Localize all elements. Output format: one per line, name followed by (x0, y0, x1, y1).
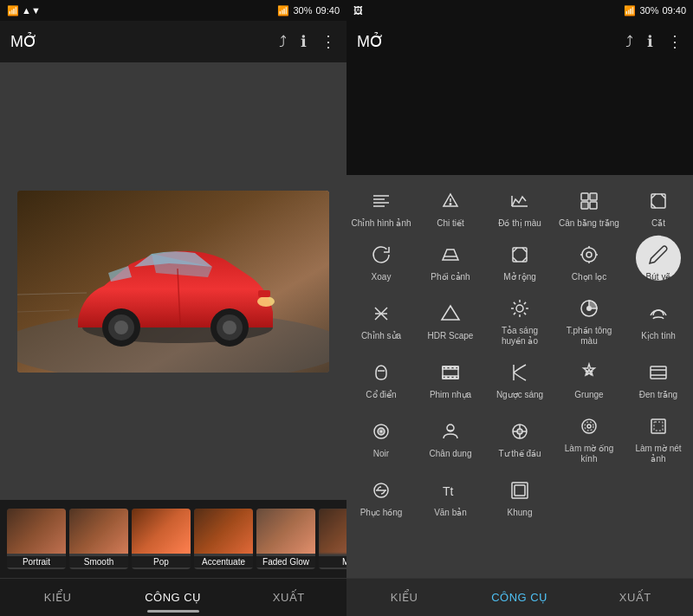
tool-mo-rong[interactable]: Mở rộng (485, 236, 554, 289)
nav-kieu-right[interactable]: KIỂU (346, 579, 462, 616)
tool-label-noir: Noir (373, 449, 389, 459)
svg-line-54 (524, 302, 526, 304)
tool-lam-mo-ong-kinh[interactable]: Làm mờ ống kính (554, 407, 624, 471)
info-icon-right[interactable]: ℹ (647, 32, 653, 51)
svg-line-52 (514, 302, 515, 304)
share-icon-right[interactable]: ⤴ (625, 33, 633, 51)
thumbnails-bar: Portrait Smooth Pop Accentuate Faded Glo… (0, 500, 346, 578)
tool-label-den-trang: Đen trắng (639, 390, 677, 400)
thumb-faded-glow[interactable]: Faded Glow (256, 509, 315, 569)
tool-chi-tiet[interactable]: Chi tiết (416, 182, 485, 236)
thumb-smooth[interactable]: Smooth (69, 509, 128, 569)
tool-co-dien[interactable]: Cổ điển (346, 353, 416, 407)
tool-chon-loc[interactable]: Chọn lọc (554, 236, 624, 289)
tool-phoi-canh[interactable]: Phối cảnh (416, 236, 485, 289)
tool-phuc-hong[interactable]: Phục hồng (346, 471, 416, 525)
svg-point-38 (586, 252, 592, 257)
tool-but-ve[interactable]: Bút vẽ (624, 236, 693, 289)
tool-label-kich-tinh: Kịch tính (641, 331, 676, 341)
tools-section: Chỉnh hình ảnh Chi tiết (346, 175, 693, 578)
tool-xoay[interactable]: Xoay (346, 236, 416, 289)
tool-label-do-thi-mau: Đồ thị màu (498, 218, 541, 229)
nav-xuat-right[interactable]: XUẤT (578, 579, 693, 616)
thumb-pop[interactable]: Pop (132, 509, 191, 569)
tool-can-bang-trang[interactable]: Cân bằng trắng (554, 182, 624, 236)
tool-hdr-scape[interactable]: HDR Scape (416, 289, 485, 353)
svg-rect-83 (654, 422, 663, 431)
top-bar-icons-right: ⤴ ℹ ⋮ (625, 32, 683, 51)
tool-kich-tinh[interactable]: Kịch tính (624, 289, 693, 353)
svg-line-53 (524, 313, 526, 314)
tool-label-lam-mo-ong-kinh: Làm mờ ống kính (558, 444, 620, 464)
more-icon-left[interactable]: ⋮ (321, 32, 336, 51)
right-top-area (346, 62, 693, 175)
tool-label-chon-loc: Chọn lọc (572, 272, 606, 282)
svg-point-64 (454, 367, 456, 369)
tool-tphan-tong-mau[interactable]: T.phần tông màu (554, 289, 624, 353)
svg-line-55 (514, 313, 515, 314)
more-icon-right[interactable]: ⋮ (667, 32, 683, 51)
tool-label-toa-sang: Tỏa sáng huyền ảo (489, 326, 551, 347)
svg-rect-68 (651, 366, 666, 379)
svg-point-78 (517, 429, 522, 434)
share-icon-left[interactable]: ⤴ (279, 33, 287, 51)
tool-noir[interactable]: Noir (346, 407, 416, 471)
svg-rect-88 (515, 485, 525, 496)
svg-marker-46 (442, 306, 459, 320)
tool-khung[interactable]: Khung (485, 471, 554, 525)
tool-tu-the-dau[interactable]: Tư thế đầu (485, 407, 554, 471)
tool-label-phoi-canh: Phối cảnh (431, 272, 470, 282)
svg-point-57 (586, 306, 592, 311)
svg-rect-13 (258, 290, 270, 297)
tool-do-thi-mau[interactable]: Đồ thị màu (485, 182, 554, 236)
info-icon-left[interactable]: ℹ (301, 32, 307, 51)
tools-grid: Chỉnh hình ảnh Chi tiết (346, 182, 693, 525)
svg-point-37 (582, 248, 596, 262)
tool-phim-nhua[interactable]: Phim nhựa (416, 353, 485, 407)
status-bar-right: 🖼 📶 30% 09:40 (346, 0, 693, 21)
tool-lam-mo-net-anh[interactable]: Làm mờ nét ảnh (624, 407, 693, 471)
svg-rect-26 (590, 202, 597, 209)
nav-xuat-left[interactable]: XUẤT (231, 579, 346, 616)
tool-chinh-sua[interactable]: Chỉnh sửa (346, 289, 416, 353)
svg-point-11 (257, 296, 275, 307)
battery-right: 30% (639, 5, 658, 16)
tool-cat[interactable]: Cắt (624, 182, 693, 236)
right-panel: 🖼 📶 30% 09:40 MỞ ⤴ ℹ ⋮ (346, 0, 693, 616)
tool-nguoc-sang[interactable]: Ngược sáng (485, 353, 554, 407)
left-panel: 📶 ▲▼ 📶 30% 09:40 MỞ ⤴ ℹ ⋮ (0, 0, 346, 616)
tool-toa-sang[interactable]: Tỏa sáng huyền ảo (485, 289, 554, 353)
nav-cong-cu-left[interactable]: CÔNG CỤ (115, 579, 230, 616)
top-bar-right: MỞ ⤴ ℹ ⋮ (346, 21, 693, 62)
status-right-left: 📶 30% 09:40 (277, 5, 340, 16)
tool-grunge[interactable]: Grunge (554, 353, 624, 407)
signal-icon-right: 📶 (624, 5, 636, 16)
status-bar-left: 📶 ▲▼ 📶 30% 09:40 (0, 0, 346, 21)
tool-label-nguoc-sang: Ngược sáng (496, 390, 543, 400)
nav-kieu-left[interactable]: KIỂU (0, 579, 115, 616)
svg-point-20 (450, 204, 451, 205)
svg-point-10 (223, 321, 236, 334)
svg-point-47 (516, 305, 523, 312)
nav-cong-cu-right[interactable]: CÔNG CỤ (462, 579, 577, 616)
thumb-label-mo: Mo (319, 556, 346, 567)
thumb-accentuate[interactable]: Accentuate (194, 509, 253, 569)
tool-label-but-ve: Bút vẽ (646, 272, 671, 282)
tool-label-khung: Khung (508, 508, 533, 518)
tool-label-chinh-hinh-anh: Chỉnh hình ảnh (351, 218, 411, 229)
svg-point-63 (450, 367, 451, 369)
thumb-portrait[interactable]: Portrait (7, 509, 66, 569)
svg-rect-24 (590, 193, 597, 200)
car-svg (17, 191, 329, 373)
battery-left: 30% (293, 5, 312, 16)
tool-den-trang[interactable]: Đen trắng (624, 353, 693, 407)
tool-van-ban[interactable]: Tt Văn bản (416, 471, 485, 525)
svg-point-81 (587, 425, 591, 428)
tool-label-hdr-scape: HDR Scape (428, 331, 474, 341)
tool-label-xoay: Xoay (372, 272, 392, 282)
tool-label-mo-rong: Mở rộng (503, 272, 536, 282)
app-title-right: MỞ (357, 32, 384, 51)
tool-chinh-hinh-anh[interactable]: Chỉnh hình ảnh (346, 182, 416, 236)
thumb-mo[interactable]: Mo (319, 509, 346, 569)
tool-chan-dung[interactable]: Chân dung (416, 407, 485, 471)
